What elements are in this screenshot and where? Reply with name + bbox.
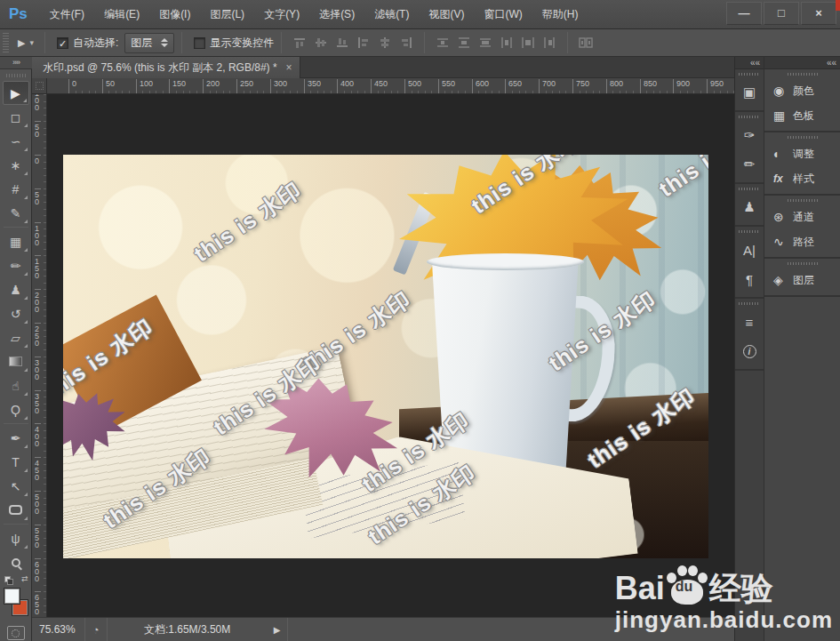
align-hcenter-button[interactable] [375, 34, 395, 52]
color-panel-button[interactable]: ◉ 颜色 [764, 78, 840, 103]
menu-file[interactable]: 文件(F) [40, 0, 94, 29]
adjustments-panel-button[interactable]: ◐ 调整 [764, 141, 840, 166]
collapse-dock-button[interactable]: «« [735, 57, 764, 69]
layer-comps-icon[interactable]: ▣ [736, 78, 763, 107]
character-panel-icon[interactable]: A| [736, 236, 763, 264]
dodge-tool[interactable]: Ϙ [3, 397, 29, 421]
clone-stamp-tool[interactable]: ♟ [3, 277, 29, 301]
zoom-level-field[interactable]: 75.63% [32, 623, 84, 636]
align-top-button[interactable] [290, 34, 309, 52]
panel-grip[interactable] [739, 230, 760, 233]
menu-edit[interactable]: 编辑(E) [94, 0, 149, 29]
info-panel-icon[interactable]: i [736, 337, 763, 365]
path-selection-tool[interactable]: ↖ [3, 474, 29, 498]
patch-tool[interactable]: ▦ [3, 229, 29, 253]
brush-panel-icon[interactable]: ✏ [736, 150, 763, 179]
document-tab[interactable]: 水印.psd @ 75.6% (this is 水印 副本 2, RGB/8#)… [32, 57, 300, 78]
brush-tool[interactable]: ✏ [3, 253, 29, 277]
close-tab-icon[interactable]: × [286, 58, 292, 78]
move-tool[interactable]: ▶ [3, 81, 29, 105]
distribute-top-button[interactable] [433, 34, 452, 52]
ruler-label: 350 [304, 79, 321, 94]
panel-label: 图层 [793, 273, 814, 288]
panel-grip[interactable] [739, 116, 760, 118]
panel-grip[interactable] [739, 188, 760, 190]
type-tool[interactable]: T [3, 450, 29, 474]
horizontal-ruler[interactable]: 0 50 100 150 200 250 300 350 400 450 500… [47, 78, 734, 94]
ruler-label: 650 [505, 79, 522, 94]
channels-panel-button[interactable]: ⊛ 通道 [764, 204, 840, 229]
current-tool-chip[interactable]: ▶ ▾ [14, 37, 37, 49]
measurement-log-icon[interactable]: ≡ [736, 308, 763, 336]
panel-grip[interactable] [788, 136, 818, 139]
ruler-origin-corner[interactable] [32, 78, 47, 94]
canvas-area[interactable]: this is 水印 this is 水印 this is 水印 this is… [47, 94, 734, 617]
tool-options-bar: ▶ ▾ ✓ 自动选择: 图层 显示变换控件 [0, 29, 840, 57]
chevron-down-icon: ▾ [29, 38, 34, 47]
menu-layer[interactable]: 图层(L) [200, 0, 254, 29]
status-expand-arrow[interactable]: ▶ [268, 625, 287, 635]
document-image[interactable]: this is 水印 this is 水印 this is 水印 this is… [63, 155, 708, 558]
gradient-tool[interactable] [3, 349, 29, 373]
lasso-tool[interactable]: ∽ [3, 129, 29, 153]
ruler-label: 850 [640, 79, 657, 94]
zoom-tool[interactable] [3, 550, 29, 574]
smudge-tool[interactable]: ☝ [3, 373, 29, 397]
maximize-button[interactable]: □ [764, 2, 799, 25]
menu-view[interactable]: 视图(V) [419, 0, 474, 29]
distribute-right-button[interactable] [540, 34, 559, 52]
magic-wand-tool[interactable]: ∗ [3, 153, 29, 177]
align-right-button[interactable] [396, 34, 416, 52]
vertical-ruler[interactable]: 100 50 0 50 100 150 200 250 300 350 400 … [32, 94, 47, 617]
panel-grip[interactable] [788, 262, 818, 265]
auto-align-layers-button[interactable] [576, 34, 596, 52]
options-grip[interactable] [3, 33, 9, 52]
layers-panel-button[interactable]: ◈ 图层 [764, 268, 840, 292]
align-vcenter-button[interactable] [311, 34, 331, 52]
panel-label: 路径 [793, 235, 814, 250]
distribute-bottom-button[interactable] [476, 34, 495, 52]
toolbar-expand-button[interactable]: »» [0, 57, 32, 69]
tools-panel-grip[interactable] [6, 74, 26, 77]
eyedropper-tool[interactable]: ✎ [3, 201, 29, 225]
quick-mask-button[interactable] [7, 626, 25, 640]
panel-grip[interactable] [788, 199, 818, 202]
rectangular-marquee-tool[interactable]: ◻ [3, 105, 29, 129]
clone-source-icon[interactable]: ♟ [736, 193, 763, 221]
minimize-button[interactable]: — [726, 2, 762, 25]
hand-tool[interactable]: ψ [3, 526, 29, 550]
paths-panel-button[interactable]: ∿ 路径 [764, 229, 840, 254]
menu-select[interactable]: 选择(S) [309, 0, 364, 29]
align-left-button[interactable] [354, 34, 373, 52]
foreground-color-swatch[interactable] [4, 588, 20, 605]
close-button[interactable]: × [801, 2, 836, 25]
distribute-left-button[interactable] [497, 34, 516, 52]
crop-tool[interactable]: # [3, 177, 29, 201]
menu-type[interactable]: 文字(Y) [254, 0, 309, 29]
menu-image[interactable]: 图像(I) [149, 0, 200, 29]
styles-panel-button[interactable]: fx 样式 [764, 166, 840, 191]
panel-grip[interactable] [739, 73, 760, 76]
menu-window[interactable]: 窗口(W) [474, 0, 532, 29]
ruler-label: 400 [35, 423, 41, 447]
eraser-tool[interactable]: ▱ [3, 325, 29, 349]
show-transform-checkbox[interactable] [194, 37, 205, 49]
auto-select-checkbox[interactable]: ✓ [57, 37, 68, 49]
brush-presets-icon[interactable]: ✑ [736, 121, 763, 149]
pen-tool[interactable]: ✒ [3, 426, 29, 450]
auto-select-target-dropdown[interactable]: 图层 [124, 33, 174, 53]
menu-help[interactable]: 帮助(H) [532, 0, 588, 29]
paragraph-panel-icon[interactable]: ¶ [736, 265, 763, 293]
panel-grip[interactable] [739, 302, 760, 305]
panel-grip[interactable] [788, 73, 818, 76]
align-bottom-button[interactable] [332, 34, 352, 52]
menu-filter[interactable]: 滤镜(T) [364, 0, 419, 29]
distribute-vcenter-button[interactable] [454, 34, 474, 52]
distribute-hcenter-button[interactable] [518, 34, 538, 52]
rounded-rectangle-tool[interactable] [3, 498, 29, 522]
swatches-panel-button[interactable]: ▦ 色板 [764, 103, 840, 128]
history-brush-tool[interactable]: ↺ [3, 301, 29, 325]
collapse-dock-button[interactable]: «« [764, 57, 840, 69]
swap-colors-icon[interactable]: ⇄ [3, 576, 29, 587]
ps-logo: Ps [0, 5, 40, 23]
